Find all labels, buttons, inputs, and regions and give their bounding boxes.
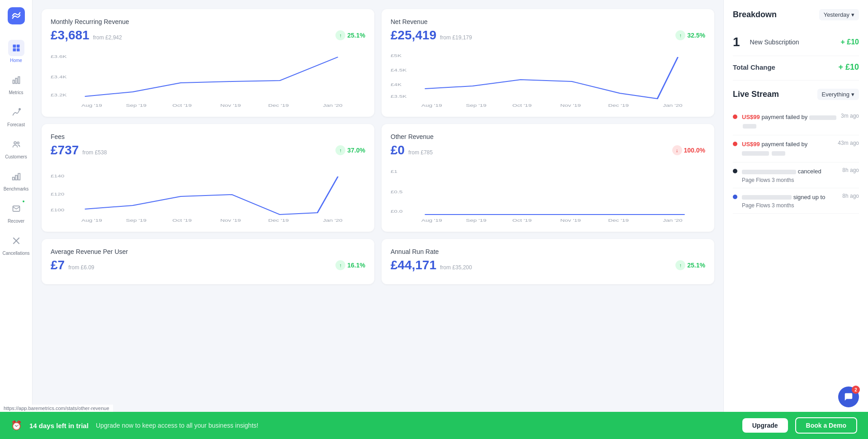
svg-text:Nov '19: Nov '19 [560,218,581,222]
svg-text:£120: £120 [51,192,64,196]
recover-notification-dot [22,200,25,203]
other-revenue-from: from £785 [408,149,433,156]
live-event-1-name2 [743,124,756,129]
live-event-4-sub: Page Flows 3 months [742,202,838,209]
sidebar-item-metrics[interactable]: Metrics [0,67,32,100]
other-revenue-badge: ↓ 100.0% [672,145,705,155]
live-event-1: US$99 payment failed by 3m ago [733,108,859,135]
sidebar-benchmarks-label: Benchmarks [4,186,29,191]
live-event-2-amount: US$99 [742,141,760,148]
live-event-2-name [742,151,769,156]
card-arpu: Average Revenue Per User £7 from £6.09 ↑… [42,239,374,284]
sidebar-forecast-label: Forecast [7,122,25,127]
svg-rect-11 [15,176,17,180]
svg-text:Aug '19: Aug '19 [421,218,442,222]
svg-text:Nov '19: Nov '19 [560,103,581,107]
live-event-1-amount: US$99 [742,114,760,120]
arpu-value: £7 [51,258,65,272]
svg-text:Sep '19: Sep '19 [126,218,146,222]
sidebar-item-customers[interactable]: Customers [0,132,32,164]
svg-text:£4K: £4K [391,82,402,86]
arpu-badge-icon: ↑ [335,260,345,270]
svg-text:Sep '19: Sep '19 [466,103,486,107]
divider [733,80,859,81]
svg-text:£140: £140 [51,174,64,178]
other-revenue-pct: 100.0% [684,147,705,154]
arpu-pct: 16.1% [347,262,365,269]
svg-rect-2 [13,48,16,52]
svg-text:Nov '19: Nov '19 [220,103,241,107]
other-revenue-value: £0 [391,143,405,157]
svg-text:Jan '20: Jan '20 [663,103,682,107]
breakdown-header: Breakdown Yesterday ▾ [733,9,859,20]
trial-sub: Upgrade now to keep access to all your b… [96,422,735,429]
sidebar-item-home[interactable]: Home [0,35,32,67]
sidebar-item-recover[interactable]: Recover [0,196,32,228]
sidebar-item-forecast[interactable]: Forecast [0,100,32,132]
net-revenue-chart: £5K £4.5K £4K £3.5K Aug '19 Sep '19 Oct … [391,49,705,108]
arr-badge-icon: ↑ [675,260,685,270]
breakdown-dropdown[interactable]: Yesterday ▾ [819,9,859,20]
net-revenue-badge-icon: ↑ [675,30,685,40]
breakdown-total-label: Total Change [733,63,775,71]
svg-text:Aug '19: Aug '19 [81,218,102,222]
sidebar-recover-label: Recover [8,219,24,224]
sidebar-item-cancellations[interactable]: Cancellations [0,228,32,260]
fees-title: Fees [51,133,365,140]
arr-pct: 25.1% [687,262,705,269]
live-event-2-text: US$99 payment failed by [742,140,833,157]
fees-from: from £538 [82,149,107,156]
live-stream-dropdown[interactable]: Everything ▾ [817,89,859,100]
url-text: https://app.baremetrics.com/stats/other-… [4,406,109,411]
net-revenue-badge: ↑ 32.5% [675,30,705,40]
arr-from: from £35,200 [440,264,472,271]
svg-text:£4.5K: £4.5K [391,68,407,72]
logo[interactable] [8,7,25,24]
svg-point-8 [14,142,16,144]
live-event-4-name [742,195,792,200]
card-mrr: Monthly Recurring Revenue £3,681 from £2… [42,9,374,117]
fees-value: £737 [51,143,79,157]
fees-chart: £140 £120 £100 Aug '19 Sep '19 Oct '19 N… [51,164,365,223]
mrr-badge: ↑ 25.1% [335,30,365,40]
svg-text:£3.2K: £3.2K [51,93,67,97]
live-dot-4 [733,195,737,199]
live-stream-dropdown-label: Everything [822,91,849,98]
other-revenue-title: Other Revenue [391,133,705,140]
svg-text:Nov '19: Nov '19 [220,218,241,222]
arr-badge: ↑ 25.1% [675,260,705,270]
live-event-1-time: 3m ago [841,113,859,119]
svg-rect-1 [16,45,19,48]
card-net-revenue: Net Revenue £25,419 from £19,179 ↑ 32.5%… [382,9,714,117]
svg-text:£3.6K: £3.6K [51,54,67,58]
other-revenue-chart: £1 £0.5 £0.0 Aug '19 Sep '19 Oct '19 Nov… [391,164,705,223]
card-arr: Annual Run Rate £44,171 from £35,200 ↑ 2… [382,239,714,284]
svg-point-9 [17,142,19,144]
svg-text:Sep '19: Sep '19 [126,103,146,107]
live-event-4-time: 8h ago [842,193,859,199]
sidebar-item-benchmarks[interactable]: Benchmarks [0,164,32,196]
card-fees: Fees £737 from £538 ↑ 37.0% £140 £120 £1… [42,124,374,232]
sidebar-cancellations-label: Cancellations [2,251,29,256]
mrr-badge-icon: ↑ [335,30,345,40]
chat-badge: 2 [852,386,860,394]
upgrade-button[interactable]: Upgrade [742,418,788,433]
sidebar-home-label: Home [10,58,22,63]
bottom-bar: ⏰ 14 days left in trial Upgrade now to k… [0,412,868,439]
svg-rect-12 [18,173,20,180]
right-panel: Breakdown Yesterday ▾ 1 New Subscription… [723,0,868,439]
book-demo-button[interactable]: Book a Demo [795,417,857,434]
chat-bubble[interactable]: 2 [838,387,859,407]
url-bar: https://app.baremetrics.com/stats/other-… [0,405,113,412]
mrr-from: from £2,942 [93,34,122,41]
breakdown-title: Breakdown [733,10,777,19]
svg-text:Jan '20: Jan '20 [323,218,342,222]
live-event-2-name2 [772,151,785,156]
svg-text:£0.5: £0.5 [391,190,402,194]
sidebar-metrics-label: Metrics [9,90,23,95]
arpu-from: from £6.09 [68,264,94,271]
svg-text:£1: £1 [391,169,397,173]
breakdown-total-value: + £10 [838,62,859,72]
svg-text:Oct '19: Oct '19 [172,103,192,107]
mrr-title: Monthly Recurring Revenue [51,18,365,25]
